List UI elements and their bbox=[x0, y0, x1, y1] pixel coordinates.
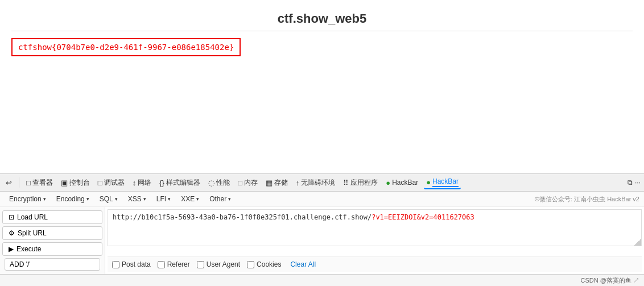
cookies-label: Cookies bbox=[257, 260, 281, 268]
referer-checkbox-item[interactable]: Referer bbox=[158, 260, 190, 268]
hackbar1-label: HackBar bbox=[392, 179, 418, 186]
url-base: http://b10c1f5a-5693-43a0-ba76-1f0f8e325… bbox=[113, 213, 371, 221]
console-label: 控制台 bbox=[69, 178, 90, 188]
hackbar2-label: HackBar bbox=[432, 177, 459, 187]
menu-encryption[interactable]: Encryption ▾ bbox=[5, 193, 51, 205]
sql-arrow: ▾ bbox=[115, 196, 118, 202]
toolbar-hackbar-1[interactable]: ● HackBar bbox=[383, 177, 420, 188]
toolbar-style-editor[interactable]: {} 样式编辑器 bbox=[157, 177, 203, 189]
toolbar-console[interactable]: ▣ 控制台 bbox=[59, 177, 92, 189]
split-url-icon: ⚙ bbox=[9, 229, 15, 237]
hackbar-area: Encryption ▾ Encoding ▾ SQL ▾ XSS ▾ LFI … bbox=[0, 192, 644, 275]
toolbar-accessibility[interactable]: ↑ 无障碍环境 bbox=[294, 177, 338, 189]
toolbar-applications[interactable]: ⠿ 应用程序 bbox=[341, 177, 380, 189]
applications-icon: ⠿ bbox=[343, 179, 349, 187]
status-text: CSDN @落寞的鱼 ↗ bbox=[581, 276, 639, 285]
load-url-button[interactable]: ⊡ Load URL bbox=[2, 210, 102, 224]
browser-toolbar: ↩ □ 查看器 ▣ 控制台 □ 调试器 ↕ 网络 {} 样式编辑器 ◌ 性能 □… bbox=[0, 173, 644, 192]
menu-other[interactable]: Other ▾ bbox=[205, 193, 236, 205]
hackbar1-icon: ● bbox=[386, 179, 390, 187]
cookies-checkbox[interactable] bbox=[247, 261, 254, 268]
menu-lfi[interactable]: LFI ▾ bbox=[152, 193, 175, 205]
performance-label: 性能 bbox=[216, 178, 230, 188]
url-params: ?v1=EEIZDOI&v2=4011627063 bbox=[371, 213, 474, 221]
console-icon: ▣ bbox=[61, 179, 68, 187]
inspector-label: 查看器 bbox=[32, 178, 53, 188]
applications-label: 应用程序 bbox=[350, 178, 378, 188]
hackbar-credit: ©微信公众号: 江南小虫虫 HackBar v2 bbox=[535, 195, 639, 204]
menu-encoding[interactable]: Encoding ▾ bbox=[52, 193, 94, 205]
hackbar-menubar: Encryption ▾ Encoding ▾ SQL ▾ XSS ▾ LFI … bbox=[0, 192, 644, 207]
hackbar2-icon: ● bbox=[426, 178, 431, 186]
memory-label: 内存 bbox=[244, 178, 258, 188]
post-data-label: Post data bbox=[122, 260, 151, 268]
post-data-checkbox-item[interactable]: Post data bbox=[112, 260, 151, 268]
encoding-arrow: ▾ bbox=[86, 196, 89, 202]
url-resize-handle[interactable] bbox=[634, 239, 641, 246]
storage-icon: ▦ bbox=[266, 179, 273, 187]
inspector-icon: □ bbox=[26, 179, 31, 187]
toolbar-memory[interactable]: □ 内存 bbox=[236, 177, 260, 189]
network-label: 网络 bbox=[138, 178, 151, 188]
referer-checkbox[interactable] bbox=[158, 261, 165, 268]
toolbar-debugger[interactable]: □ 调试器 bbox=[96, 177, 127, 189]
xss-arrow: ▾ bbox=[143, 196, 146, 202]
lfi-arrow: ▾ bbox=[168, 196, 171, 202]
encoding-label: Encoding bbox=[56, 195, 85, 203]
toolbar-performance[interactable]: ◌ 性能 bbox=[206, 177, 232, 189]
execute-button[interactable]: ▶ Execute bbox=[2, 242, 102, 256]
debugger-icon: □ bbox=[98, 179, 102, 187]
style-editor-icon: {} bbox=[159, 179, 164, 187]
user-agent-checkbox-item[interactable]: User Agent bbox=[197, 260, 240, 268]
xss-label: XSS bbox=[128, 195, 142, 203]
load-url-icon: ⊡ bbox=[9, 213, 14, 221]
accessibility-label: 无障碍环境 bbox=[301, 178, 335, 188]
split-url-label: Split URL bbox=[18, 229, 47, 237]
url-display[interactable]: http://b10c1f5a-5693-43a0-ba76-1f0f8e325… bbox=[108, 209, 642, 246]
hackbar-body: ⊡ Load URL ⚙ Split URL ▶ Execute ADD '/'… bbox=[0, 207, 644, 274]
title-divider bbox=[11, 31, 633, 31]
hackbar-main: http://b10c1f5a-5693-43a0-ba76-1f0f8e325… bbox=[105, 207, 644, 274]
hackbar-bottom: Post data Referer User Agent Cookies Cle… bbox=[108, 256, 642, 272]
accessibility-icon: ↑ bbox=[296, 179, 300, 187]
menu-xss[interactable]: XSS ▾ bbox=[123, 193, 151, 205]
toolbar-storage[interactable]: ▦ 存储 bbox=[263, 177, 290, 189]
other-arrow: ▾ bbox=[228, 196, 231, 202]
debugger-label: 调试器 bbox=[104, 178, 125, 188]
toolbar-back[interactable]: ↩ bbox=[3, 177, 14, 188]
toolbar-network[interactable]: ↕ 网络 bbox=[130, 177, 154, 189]
execute-label: Execute bbox=[16, 245, 41, 253]
status-bar: CSDN @落寞的鱼 ↗ bbox=[0, 275, 644, 286]
lfi-label: LFI bbox=[156, 195, 166, 203]
post-data-checkbox[interactable] bbox=[112, 261, 119, 268]
add-label: ADD '/' bbox=[10, 260, 31, 268]
copy-icon: ⧉ bbox=[628, 179, 633, 186]
back-icon: ↩ bbox=[6, 179, 12, 187]
other-label: Other bbox=[209, 195, 226, 203]
more-icon: ··· bbox=[635, 179, 641, 186]
encryption-arrow: ▾ bbox=[43, 196, 46, 202]
load-url-label: Load URL bbox=[17, 213, 48, 221]
sql-label: SQL bbox=[100, 195, 113, 203]
menu-sql[interactable]: SQL ▾ bbox=[95, 193, 122, 205]
page-title: ctf.show_web5 bbox=[11, 6, 633, 31]
menu-xxe[interactable]: XXE ▾ bbox=[176, 193, 204, 205]
user-agent-checkbox[interactable] bbox=[197, 261, 204, 268]
add-button[interactable]: ADD '/' bbox=[5, 258, 100, 271]
user-agent-label: User Agent bbox=[207, 260, 240, 268]
storage-label: 存储 bbox=[274, 178, 288, 188]
network-icon: ↕ bbox=[133, 179, 137, 187]
split-url-button[interactable]: ⚙ Split URL bbox=[2, 226, 102, 240]
encryption-label: Encryption bbox=[9, 195, 42, 203]
toolbar-more[interactable]: ⧉ ··· bbox=[628, 179, 641, 186]
execute-icon: ▶ bbox=[9, 245, 14, 253]
xxe-arrow: ▾ bbox=[196, 196, 199, 202]
xxe-label: XXE bbox=[181, 195, 195, 203]
url-input-area: http://b10c1f5a-5693-43a0-ba76-1f0f8e325… bbox=[108, 209, 642, 256]
toolbar-hackbar-2[interactable]: ● HackBar bbox=[424, 176, 461, 189]
performance-icon: ◌ bbox=[208, 179, 214, 187]
clear-all-button[interactable]: Clear All bbox=[288, 259, 318, 270]
hackbar-sidebar: ⊡ Load URL ⚙ Split URL ▶ Execute ADD '/' bbox=[0, 207, 105, 274]
cookies-checkbox-item[interactable]: Cookies bbox=[247, 260, 281, 268]
toolbar-inspector[interactable]: □ 查看器 bbox=[24, 177, 55, 189]
